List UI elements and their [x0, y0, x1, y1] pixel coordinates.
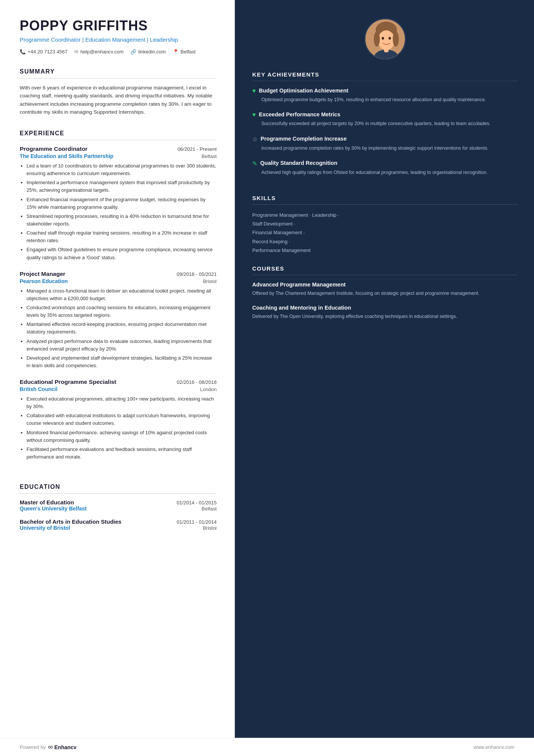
skills-title: SKILLS [252, 195, 518, 205]
exp-item-3: Educational Programme Specialist 02/2016… [20, 379, 217, 461]
achievement-4: ✎ Quality Standard Recognition Achieved … [252, 160, 518, 176]
exp-title-2: Project Manager [20, 271, 66, 277]
exp-header-1: Programme Coordinator 06/2021 - Present [20, 146, 217, 152]
svg-point-6 [382, 37, 384, 40]
course-desc-2: Delivered by The Open University, explor… [252, 313, 518, 320]
svg-point-7 [389, 37, 391, 40]
link-icon: 🔗 [130, 49, 136, 55]
exp-location-2: Bristol [203, 279, 217, 284]
exp-bullets-1: Led a team of 10 coordinators to deliver… [20, 162, 217, 261]
heart-icon-2: ♥ [252, 111, 256, 118]
location-item: 📍 Belfast [173, 49, 196, 55]
powered-by-text: Powered by [20, 744, 46, 750]
exp-date-3: 02/2016 - 08/2018 [176, 379, 217, 385]
bullet: Engaged with Ofsted guidelines to ensure… [27, 246, 217, 261]
contact-row: 📞 +44 20 7123 4567 ✉ help@enhancv.com 🔗 … [20, 49, 217, 55]
edu-school-2: University of Bristol [20, 525, 70, 531]
bullet: Coached staff through regular training s… [27, 229, 217, 244]
resume-page: POPPY GRIFFITHS Programme Coordinator | … [0, 0, 534, 756]
avatar-container [252, 18, 518, 60]
skills-section: SKILLS Programme Management · Leadership… [252, 195, 518, 255]
brand-name: Enhancv [55, 744, 77, 750]
course-1: Advanced Programme Management Offered by… [252, 281, 518, 297]
skill-line-3: Financial Management · [252, 228, 518, 237]
experience-section: EXPERIENCE Programme Coordinator 06/2021… [20, 130, 217, 470]
logo-symbol: ∞ [48, 743, 53, 751]
exp-location-3: London [200, 387, 217, 392]
footer: Powered by ∞ Enhancv www.enhancv.com [0, 738, 534, 756]
courses-section: COURSES Advanced Programme Management Of… [252, 265, 518, 327]
achievements-title: KEY ACHIEVEMENTS [252, 71, 518, 81]
bullet: Facilitated performance evaluations and … [27, 446, 217, 461]
pencil-icon: ✎ [252, 160, 257, 167]
bullet: Monitored financial performance, achievi… [27, 429, 217, 444]
bullet: Conducted workshops and coaching session… [27, 304, 217, 319]
edu-header-1: Master of Education 01/2014 - 01/2015 [20, 499, 217, 506]
exp-company-row-2: Pearson Education Bristol [20, 277, 217, 284]
ach-header-3: ☆ Programme Completion Increase [252, 135, 518, 143]
phone-item: 📞 +44 20 7123 4567 [20, 49, 67, 55]
svg-rect-9 [384, 48, 389, 52]
courses-title: COURSES [252, 265, 518, 275]
edu-degree-1: Master of Education [20, 499, 74, 506]
exp-item-2: Project Manager 09/2018 - 05/2021 Pearso… [20, 271, 217, 369]
edu-location-1: Belfast [201, 506, 217, 512]
exp-date-2: 09/2018 - 05/2021 [176, 271, 217, 277]
skill-line-4: Record Keeping · [252, 237, 518, 246]
exp-bullets-2: Managed a cross-functional team to deliv… [20, 287, 217, 369]
heart-icon-1: ♥ [252, 88, 256, 94]
right-column: KEY ACHIEVEMENTS ♥ Budget Optimisation A… [235, 0, 534, 756]
exp-header-3: Educational Programme Specialist 02/2016… [20, 379, 217, 385]
phone-icon: 📞 [20, 49, 26, 55]
ach-header-2: ♥ Exceeded Performance Metrics [252, 111, 518, 118]
experience-title: EXPERIENCE [20, 130, 217, 140]
footer-website: www.enhancv.com [474, 744, 514, 750]
edu-item-1: Master of Education 01/2014 - 01/2015 Qu… [20, 499, 217, 512]
bullet: Developed and implemented staff developm… [27, 354, 217, 369]
bullet: Streamlined reporting processes, resulti… [27, 213, 217, 228]
website-url: linkedin.com [138, 49, 166, 55]
bullet: Managed a cross-functional team to deliv… [27, 287, 217, 302]
bullet: Enhanced financial management of the pro… [27, 196, 217, 211]
svg-point-5 [393, 31, 399, 47]
email-item: ✉ help@enhancv.com [74, 49, 123, 55]
edu-item-2: Bachelor of Arts in Education Studies 01… [20, 518, 217, 531]
ach-header-4: ✎ Quality Standard Recognition [252, 160, 518, 167]
summary-section: SUMMARY With over 6 years of experience … [20, 68, 217, 116]
ach-title-2: Exceeded Performance Metrics [259, 111, 340, 118]
exp-bullets-3: Executed educational programmes, attract… [20, 395, 217, 461]
summary-text: With over 6 years of experience in educa… [20, 84, 217, 116]
course-2: Coaching and Mentoring in Education Deli… [252, 304, 518, 320]
skill-list: Programme Management · Leadership · Staf… [252, 211, 518, 255]
skill-line-2: Staff Development · [252, 219, 518, 228]
ach-title-3: Programme Completion Increase [261, 135, 347, 142]
avatar [364, 18, 406, 60]
ach-title-1: Budget Optimisation Achievement [259, 87, 348, 94]
ach-desc-4: Achieved high quality ratings from Ofste… [261, 169, 518, 176]
exp-title-1: Programme Coordinator [20, 146, 87, 152]
star-icon: ☆ [252, 136, 258, 143]
bullet: Implemented a performance management sys… [27, 179, 217, 194]
achievements-section: KEY ACHIEVEMENTS ♥ Budget Optimisation A… [252, 71, 518, 184]
education-title: EDUCATION [20, 484, 217, 494]
summary-title: SUMMARY [20, 68, 217, 78]
exp-location-1: Belfast [201, 153, 217, 159]
edu-school-row-1: Queen's University Belfast Belfast [20, 506, 217, 512]
exp-date-1: 06/2021 - Present [178, 146, 217, 152]
ach-title-4: Quality Standard Recognition [260, 160, 337, 167]
location-text: Belfast [181, 49, 196, 55]
achievement-3: ☆ Programme Completion Increase Increase… [252, 135, 518, 152]
exp-company-row-1: The Education and Skills Partnership Bel… [20, 152, 217, 159]
candidate-name: POPPY GRIFFITHS [20, 18, 217, 33]
exp-item-1: Programme Coordinator 06/2021 - Present … [20, 146, 217, 261]
svg-point-4 [374, 31, 380, 47]
skill-line-1: Programme Management · Leadership · [252, 211, 518, 219]
ach-desc-3: Increased programme completion rates by … [261, 145, 518, 152]
email-icon: ✉ [74, 49, 78, 55]
edu-date-1: 01/2014 - 01/2015 [176, 500, 217, 506]
candidate-title: Programme Coordinator | Education Manage… [20, 36, 217, 44]
edu-location-2: Bristol [203, 525, 217, 531]
phone-number: +44 20 7123 4567 [28, 49, 67, 55]
email-address: help@enhancv.com [80, 49, 123, 55]
exp-header-2: Project Manager 09/2018 - 05/2021 [20, 271, 217, 277]
